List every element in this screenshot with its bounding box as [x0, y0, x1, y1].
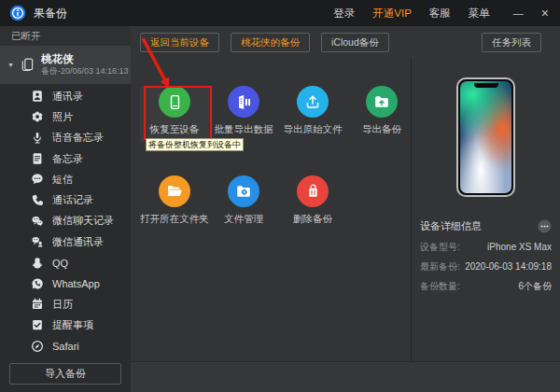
wechat-chat-icon	[31, 215, 44, 228]
latest-backup-value: 2020-06-03 14:09:18	[465, 257, 552, 276]
action-open-folder[interactable]: 打开所在文件夹	[140, 175, 209, 231]
sidebar-item-label: 照片	[52, 110, 73, 124]
backup-count-value: 6个备份	[518, 276, 552, 296]
close-icon[interactable]: ×	[541, 6, 549, 21]
latest-backup-row: 最新备份: 2020-06-03 14:09:18	[420, 257, 552, 276]
sidebar-item-notes[interactable]: 备忘录	[0, 148, 131, 169]
action-batch-export[interactable]: 批量导出数据	[209, 86, 278, 142]
menu-button[interactable]: 菜单	[469, 7, 490, 21]
action-grid: 恢复至设备 批量导出数据 导出原始文件	[131, 58, 412, 362]
login-button[interactable]: 登录	[333, 7, 355, 21]
action-label: 恢复至设备	[140, 123, 209, 136]
action-label: 文件管理	[209, 213, 278, 226]
call-log-icon	[31, 194, 44, 207]
sidebar-item-label: 通讯录	[52, 90, 83, 104]
sms-icon	[31, 173, 44, 186]
action-label: 批量导出数据	[209, 123, 278, 136]
calendar-icon	[31, 298, 44, 311]
qq-icon	[31, 257, 44, 270]
action-delete-backup[interactable]: 删除备份	[278, 175, 347, 231]
device-stack-icon	[20, 57, 35, 73]
backup-count-label: 备份数量:	[420, 276, 460, 296]
support-button[interactable]: 客服	[429, 7, 451, 21]
sidebar-item-safari[interactable]: Safari	[0, 336, 131, 357]
sidebar: 已断开 ▼ 桃花侠 备份-20/06/03 14:16:13 通讯录 照片	[0, 26, 131, 392]
back-to-device-button[interactable]: 返回当前设备	[140, 33, 219, 52]
device-info-title: 设备详细信息	[420, 219, 482, 233]
sidebar-item-wechat-contacts[interactable]: 微信通讯录	[0, 231, 131, 252]
action-label: 导出原始文件	[278, 123, 347, 136]
safari-icon	[31, 340, 44, 353]
more-options-icon[interactable]	[538, 219, 552, 233]
sidebar-item-label: 语音备忘录	[52, 131, 104, 145]
device-panel: 设备详细信息 设备型号: iPhone XS Max 最新备份: 2020-06…	[412, 58, 560, 362]
sidebar-item-calendar[interactable]: 日历	[0, 294, 131, 315]
device-row[interactable]: ▼ 桃花侠 备份-20/06/03 14:16:13	[0, 46, 131, 84]
sidebar-item-sms[interactable]: 短信	[0, 169, 131, 189]
export-backup-icon	[366, 86, 398, 118]
sidebar-item-whatsapp[interactable]: WhatsApp	[0, 273, 131, 294]
open-folder-icon	[159, 175, 190, 207]
iphone-wallpaper	[460, 81, 511, 193]
tab-icloud-backup[interactable]: iCloud备份	[321, 33, 389, 52]
device-model-row: 设备型号: iPhone XS Max	[420, 237, 552, 257]
sidebar-category-list: 通讯录 照片 语音备忘录 备忘录 短信 通话记录	[0, 84, 131, 357]
chevron-down-icon[interactable]: ▼	[7, 62, 14, 68]
sidebar-item-label: 通话记录	[52, 193, 93, 207]
notes-icon	[31, 152, 44, 165]
action-export-original[interactable]: 导出原始文件	[278, 86, 347, 142]
sidebar-item-qq[interactable]: QQ	[0, 252, 131, 273]
sidebar-item-label: Safari	[52, 341, 79, 352]
connection-status: 已断开	[0, 26, 131, 46]
sidebar-item-reminders[interactable]: 提醒事项	[0, 315, 131, 335]
sidebar-item-voice-memos[interactable]: 语音备忘录	[0, 128, 131, 148]
device-backup-info: 备份-20/06/03 14:16:13	[41, 66, 129, 77]
device-model-label: 设备型号:	[420, 237, 460, 257]
sidebar-item-call-log[interactable]: 通话记录	[0, 189, 131, 210]
content-row: 恢复至设备 批量导出数据 导出原始文件	[131, 58, 560, 362]
action-restore-to-device[interactable]: 恢复至设备	[140, 86, 209, 142]
toolbar: 返回当前设备 桃花侠的备份 iCloud备份 任务列表	[131, 26, 560, 58]
device-texts: 桃花侠 备份-20/06/03 14:16:13	[41, 53, 129, 77]
sidebar-item-wechat-chat[interactable]: 微信聊天记录	[0, 211, 131, 231]
tab-device-backup[interactable]: 桃花侠的备份	[231, 33, 310, 52]
sidebar-item-label: 微信聊天记录	[52, 214, 114, 228]
sidebar-item-label: 备忘录	[52, 152, 83, 166]
action-label: 打开所在文件夹	[140, 213, 209, 226]
latest-backup-label: 最新备份:	[420, 257, 460, 276]
task-list-button[interactable]: 任务列表	[482, 33, 541, 52]
delete-backup-icon	[297, 175, 329, 207]
device-name: 桃花侠	[41, 53, 129, 65]
main-area: 返回当前设备 桃花侠的备份 iCloud备份 任务列表 恢复至设备 批量导	[131, 26, 560, 392]
tooltip: 将备份整机恢复到设备中	[146, 138, 244, 151]
wechat-contacts-icon	[31, 235, 44, 248]
export-original-icon	[297, 86, 329, 118]
contacts-icon	[31, 90, 44, 103]
app-window: 果备份 登录 开通VIP 客服 菜单 — × 已断开 ▼ 桃花侠 备份-20/0…	[0, 0, 560, 392]
sidebar-item-contacts[interactable]: 通讯录	[0, 86, 131, 106]
import-backup-button[interactable]: 导入备份	[9, 363, 121, 385]
device-info: 设备详细信息 设备型号: iPhone XS Max 最新备份: 2020-06…	[412, 219, 560, 296]
sidebar-item-label: QQ	[52, 258, 68, 269]
sidebar-item-label: 提醒事项	[52, 318, 93, 332]
file-manager-icon	[228, 175, 259, 207]
action-label: 导出备份	[347, 123, 416, 136]
vip-button[interactable]: 开通VIP	[372, 7, 412, 21]
sidebar-item-label: 日历	[52, 298, 73, 312]
minimize-icon[interactable]: —	[513, 7, 524, 19]
sidebar-item-label: 微信通讯录	[52, 235, 104, 249]
batch-export-icon	[228, 86, 259, 118]
whatsapp-icon	[31, 277, 44, 290]
photos-icon	[31, 110, 44, 123]
app-title: 果备份	[34, 6, 67, 21]
voice-memo-icon	[31, 132, 44, 145]
device-model-value: iPhone XS Max	[487, 237, 552, 257]
sidebar-item-photos[interactable]: 照片	[0, 106, 131, 127]
app-logo-icon	[9, 5, 26, 21]
action-file-manager[interactable]: 文件管理	[209, 175, 278, 231]
iphone-notch	[474, 83, 498, 88]
titlebar-menu: 登录 开通VIP 客服 菜单 — ×	[333, 6, 549, 21]
sidebar-item-label: 短信	[52, 173, 73, 187]
action-export-backup[interactable]: 导出备份	[347, 86, 416, 142]
device-info-header: 设备详细信息	[420, 219, 552, 233]
